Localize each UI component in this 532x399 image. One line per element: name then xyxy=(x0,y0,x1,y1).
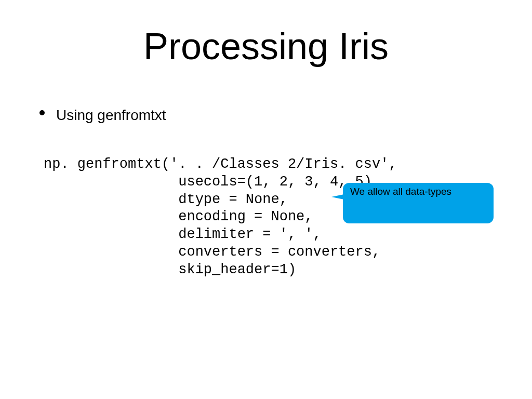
callout-text: We allow all data-types xyxy=(350,186,451,197)
slide: Processing Iris Using genfromtxt np. gen… xyxy=(0,0,532,399)
bullet-item: Using genfromtxt xyxy=(39,107,166,124)
callout-box: We allow all data-types xyxy=(343,183,494,223)
slide-title: Processing Iris xyxy=(0,25,532,68)
bullet-dot-icon xyxy=(39,110,45,115)
bullet-text: Using genfromtxt xyxy=(56,107,166,124)
callout-arrow-icon xyxy=(331,194,344,200)
